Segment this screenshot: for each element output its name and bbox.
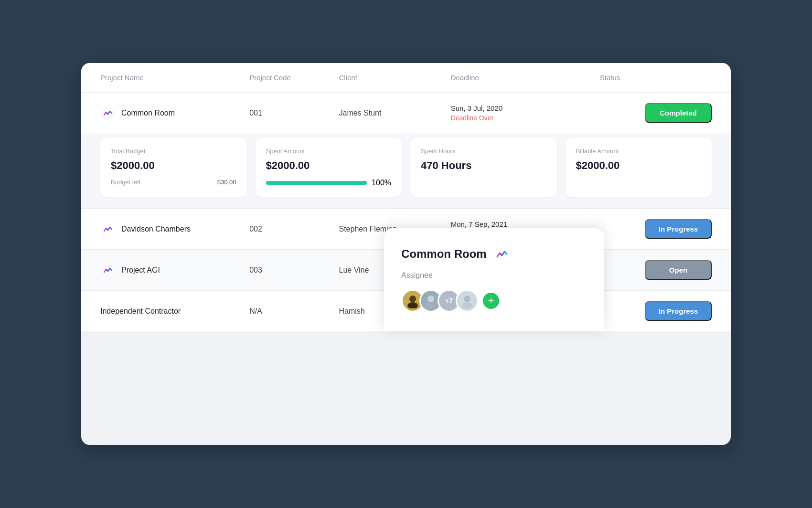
project-code-4: N/A [249,307,339,316]
assignee-popup: Common Room Assignee [384,228,604,331]
svg-point-5 [464,296,470,302]
status-badge-4[interactable]: In Progress [645,301,712,321]
budget-left-row: Budget left $30.00 [111,179,236,186]
project-client-1: James Stunt [339,109,451,117]
status-cell-4: In Progress [600,301,712,321]
project-logo-1 [100,106,116,121]
metric-spent-amount: Spent Amount $2000.00 100% [256,138,402,197]
col-status: Status [600,74,712,82]
project-code-2: 002 [249,225,339,233]
avatar-unknown [456,289,479,312]
project-name-4[interactable]: Independent Contractor [100,307,249,316]
project-name-1[interactable]: Common Room [100,106,249,121]
svg-point-4 [426,302,436,308]
svg-point-3 [427,296,434,302]
col-deadline: Deadline [451,74,600,82]
project-table: Project Name Project Code Client Deadlin… [81,63,731,331]
budget-left-label: Budget left [111,179,140,186]
progress-bar-bg [266,181,367,185]
project-main-row-1: Common Room 001 James Stunt Sun, 3 Jul, … [81,93,731,133]
project-name-3[interactable]: Project AGI [100,263,249,278]
table-header: Project Name Project Code Client Deadlin… [81,63,731,93]
deadline-1: Sun, 3 Jul, 2020 Deadline Over [451,104,600,122]
total-budget-label: Total Budget [111,148,236,155]
billable-label: Billable Amount [576,148,702,155]
project-name-2[interactable]: Davidson Chambers [100,222,249,237]
project-logo-3 [100,263,116,278]
assignee-avatars: +7 + [401,289,587,312]
popup-logo [493,245,511,263]
status-cell-3: Open [600,260,712,280]
spent-hours-label: Spent Hours [421,148,546,155]
project-code-1: 001 [249,109,339,117]
project-logo-2 [100,222,116,237]
billable-value: $2000.00 [576,159,702,172]
spent-amount-label: Spent Amount [266,148,392,155]
col-project-code: Project Code [249,74,339,82]
add-assignee-button[interactable]: + [481,291,501,310]
project-row-1: Common Room 001 James Stunt Sun, 3 Jul, … [81,93,731,209]
metric-total-budget: Total Budget $2000.00 Budget left $30.00 [100,138,247,197]
col-project-name: Project Name [100,74,249,82]
progress-row: 100% [266,179,392,187]
budget-left-value: $30.00 [217,179,236,186]
metric-spent-hours: Spent Hours 470 Hours [410,138,557,197]
svg-point-1 [409,296,416,302]
progress-label: 100% [372,179,391,187]
spent-amount-value: $2000.00 [266,159,392,172]
popup-title: Common Room [401,247,487,261]
progress-bar-fill [266,181,367,185]
project-code-3: 003 [249,266,339,275]
metric-billable: Billable Amount $2000.00 [566,138,712,197]
spent-hours-value: 470 Hours [421,159,546,172]
total-budget-value: $2000.00 [111,159,236,172]
svg-point-6 [462,302,472,308]
status-cell-1: Completed [600,103,712,123]
svg-point-2 [407,302,418,308]
status-cell-2: In Progress [600,219,712,239]
main-container: Project Name Project Code Client Deadlin… [81,63,731,445]
status-badge-3[interactable]: Open [645,260,712,280]
assignee-label: Assignee [401,271,587,280]
status-badge-1[interactable]: Completed [645,103,712,123]
metrics-row-1: Total Budget $2000.00 Budget left $30.00… [81,133,731,208]
popup-title-row: Common Room [401,245,587,263]
status-badge-2[interactable]: In Progress [645,219,712,239]
col-client: Client [339,74,451,82]
